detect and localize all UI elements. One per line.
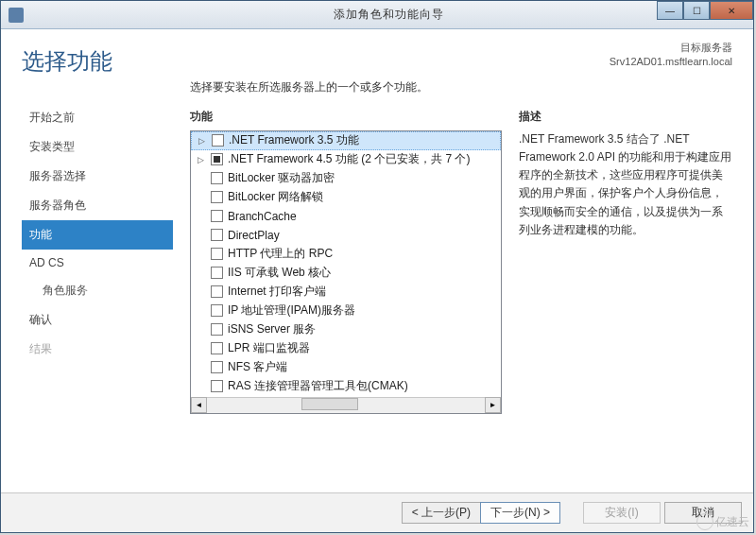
feature-label: IIS 可承载 Web 核心 bbox=[228, 265, 331, 281]
feature-row[interactable]: RAS 连接管理器管理工具包(CMAK) bbox=[191, 377, 501, 396]
feature-checkbox[interactable] bbox=[211, 229, 223, 241]
window-title: 添加角色和功能向导 bbox=[24, 7, 753, 23]
feature-checkbox[interactable] bbox=[212, 134, 224, 147]
step-item[interactable]: 安装类型 bbox=[22, 132, 173, 162]
step-item[interactable]: 角色服务 bbox=[22, 276, 173, 305]
feature-checkbox[interactable] bbox=[211, 248, 223, 260]
footer: < 上一步(P) 下一步(N) > 安装(I) 取消 亿速云 bbox=[1, 492, 753, 532]
feature-label: iSNS Server 服务 bbox=[228, 321, 316, 337]
feature-label: BranchCache bbox=[228, 210, 297, 223]
step-item[interactable]: 开始之前 bbox=[22, 103, 173, 132]
feature-label: RAS 连接管理器管理工具包(CMAK) bbox=[228, 378, 408, 394]
feature-row[interactable]: Internet 打印客户端 bbox=[191, 283, 501, 302]
feature-checkbox[interactable] bbox=[211, 342, 223, 354]
step-item[interactable]: 服务器选择 bbox=[22, 162, 173, 191]
feature-label: IP 地址管理(IPAM)服务器 bbox=[228, 302, 355, 319]
feature-checkbox[interactable] bbox=[211, 285, 223, 298]
feature-label: LPR 端口监视器 bbox=[228, 340, 310, 356]
feature-label: Internet 打印客户端 bbox=[228, 284, 326, 300]
feature-label: BitLocker 驱动器加密 bbox=[228, 170, 335, 186]
target-label: 目标服务器 bbox=[190, 41, 732, 55]
feature-checkbox[interactable] bbox=[211, 380, 223, 392]
main-column: 目标服务器 Srv12AD01.msftlearn.local 选择要安装在所选… bbox=[190, 46, 732, 492]
instruction-text: 选择要安装在所选服务器上的一个或多个功能。 bbox=[190, 79, 732, 95]
feature-row[interactable]: IIS 可承载 Web 核心 bbox=[191, 264, 501, 283]
feature-checkbox[interactable] bbox=[211, 304, 223, 317]
feature-row[interactable]: LPR 端口监视器 bbox=[191, 339, 501, 358]
scroll-track[interactable] bbox=[207, 397, 485, 413]
feature-checkbox[interactable] bbox=[211, 323, 223, 336]
install-button: 安装(I) bbox=[583, 502, 661, 524]
feature-checkbox[interactable] bbox=[211, 191, 223, 203]
minimize-button[interactable]: — bbox=[657, 1, 683, 20]
features-tree[interactable]: ▷.NET Framework 3.5 功能▷.NET Framework 4.… bbox=[191, 131, 501, 397]
features-tree-container: ▷.NET Framework 3.5 功能▷.NET Framework 4.… bbox=[190, 130, 502, 414]
feature-row[interactable]: BitLocker 网络解锁 bbox=[191, 188, 501, 207]
feature-row[interactable]: ▷.NET Framework 4.5 功能 (2 个已安装，共 7 个) bbox=[191, 150, 501, 169]
features-pane: 功能 ▷.NET Framework 3.5 功能▷.NET Framework… bbox=[190, 109, 502, 492]
wizard-window: 添加角色和功能向导 — ☐ ✕ 选择功能 开始之前安装类型服务器选择服务器角色功… bbox=[0, 0, 754, 533]
scroll-thumb[interactable] bbox=[301, 398, 358, 410]
feature-label: BitLocker 网络解锁 bbox=[228, 189, 323, 205]
feature-row[interactable]: BranchCache bbox=[191, 207, 501, 226]
description-pane: 描述 .NET Framework 3.5 结合了 .NET Framework… bbox=[519, 109, 732, 492]
feature-row[interactable]: NFS 客户端 bbox=[191, 358, 501, 377]
content-area: 选择功能 开始之前安装类型服务器选择服务器角色功能AD CS角色服务确认结果 目… bbox=[1, 29, 753, 492]
page-title: 选择功能 bbox=[22, 46, 173, 77]
horizontal-scrollbar[interactable]: ◄ ► bbox=[191, 397, 501, 413]
step-list: 开始之前安装类型服务器选择服务器角色功能AD CS角色服务确认结果 bbox=[22, 103, 173, 364]
description-heading: 描述 bbox=[519, 109, 732, 125]
scroll-right-arrow[interactable]: ► bbox=[485, 397, 501, 413]
feature-checkbox[interactable] bbox=[211, 153, 223, 165]
next-button[interactable]: 下一步(N) > bbox=[480, 502, 560, 524]
panes: 功能 ▷.NET Framework 3.5 功能▷.NET Framework… bbox=[190, 109, 732, 492]
close-button[interactable]: ✕ bbox=[710, 1, 753, 20]
nav-button-group: < 上一步(P) 下一步(N) > bbox=[402, 502, 560, 524]
app-icon bbox=[9, 8, 24, 23]
window-buttons: — ☐ ✕ bbox=[657, 1, 753, 20]
feature-checkbox[interactable] bbox=[211, 361, 223, 373]
features-heading: 功能 bbox=[190, 109, 502, 125]
step-item: 结果 bbox=[22, 335, 173, 364]
step-item[interactable]: 功能 bbox=[22, 220, 173, 250]
expander-icon[interactable]: ▷ bbox=[196, 136, 207, 146]
feature-row[interactable]: ▷.NET Framework 3.5 功能 bbox=[191, 131, 501, 150]
feature-label: DirectPlay bbox=[228, 229, 280, 242]
previous-button[interactable]: < 上一步(P) bbox=[402, 502, 480, 524]
step-item[interactable]: AD CS bbox=[22, 250, 173, 276]
description-text: .NET Framework 3.5 结合了 .NET Framework 2.… bbox=[519, 130, 732, 239]
step-item[interactable]: 服务器角色 bbox=[22, 191, 173, 220]
maximize-button[interactable]: ☐ bbox=[683, 1, 710, 20]
step-item[interactable]: 确认 bbox=[22, 305, 173, 335]
feature-checkbox[interactable] bbox=[211, 210, 223, 222]
titlebar: 添加角色和功能向导 — ☐ ✕ bbox=[1, 1, 753, 29]
feature-label: .NET Framework 3.5 功能 bbox=[229, 132, 359, 148]
feature-row[interactable]: iSNS Server 服务 bbox=[191, 320, 501, 339]
feature-row[interactable]: BitLocker 驱动器加密 bbox=[191, 169, 501, 188]
expander-icon[interactable]: ▷ bbox=[195, 155, 206, 164]
target-value: Srv12AD01.msftlearn.local bbox=[190, 55, 732, 69]
left-column: 选择功能 开始之前安装类型服务器选择服务器角色功能AD CS角色服务确认结果 bbox=[22, 46, 173, 492]
watermark-text: 亿速云 bbox=[715, 514, 749, 530]
target-server-info: 目标服务器 Srv12AD01.msftlearn.local bbox=[190, 41, 732, 70]
feature-checkbox[interactable] bbox=[211, 172, 223, 184]
scroll-left-arrow[interactable]: ◄ bbox=[191, 397, 207, 413]
feature-checkbox[interactable] bbox=[211, 267, 223, 279]
feature-row[interactable]: DirectPlay bbox=[191, 226, 501, 245]
watermark-icon bbox=[696, 513, 713, 530]
feature-row[interactable]: HTTP 代理上的 RPC bbox=[191, 245, 501, 264]
watermark: 亿速云 bbox=[696, 513, 749, 530]
feature-label: .NET Framework 4.5 功能 (2 个已安装，共 7 个) bbox=[228, 151, 470, 167]
feature-label: NFS 客户端 bbox=[228, 359, 287, 375]
feature-row[interactable]: IP 地址管理(IPAM)服务器 bbox=[191, 302, 501, 320]
feature-label: HTTP 代理上的 RPC bbox=[228, 246, 333, 262]
